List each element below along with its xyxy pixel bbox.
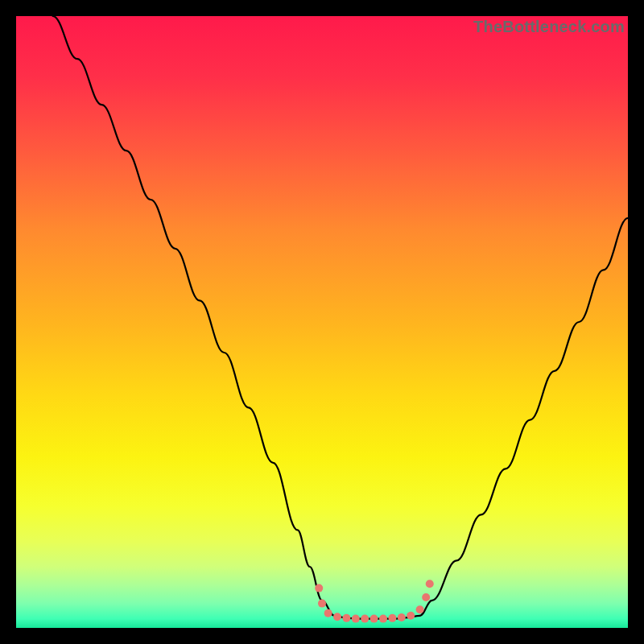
marker-point <box>324 609 332 617</box>
marker-point <box>361 615 369 623</box>
marker-point <box>342 614 350 622</box>
chart-background <box>16 16 628 628</box>
marker-point <box>379 615 387 623</box>
marker-point <box>388 614 396 622</box>
marker-point <box>422 593 430 601</box>
marker-point <box>370 615 378 623</box>
marker-point <box>426 580 434 588</box>
marker-point <box>352 615 360 623</box>
marker-point <box>315 584 323 592</box>
marker-point <box>398 613 406 621</box>
chart-frame: TheBottleneck.com <box>16 16 628 628</box>
marker-point <box>407 612 415 620</box>
marker-point <box>318 600 326 608</box>
chart-svg <box>16 16 628 628</box>
marker-point <box>416 605 424 613</box>
marker-point <box>333 613 341 621</box>
watermark-label: TheBottleneck.com <box>473 18 625 36</box>
